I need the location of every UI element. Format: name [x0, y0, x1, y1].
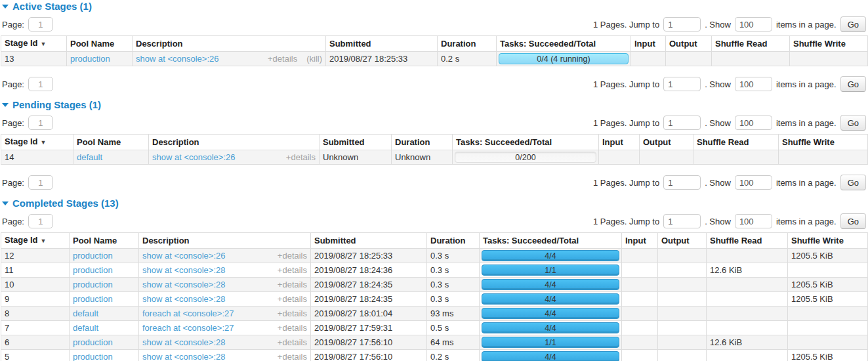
column-header-shuffle-read[interactable]: Shuffle Read [693, 135, 779, 150]
shuffle-read-cell [712, 52, 790, 66]
description-link[interactable]: show at <console>:26 [142, 251, 225, 260]
shuffle-read-cell [707, 249, 788, 263]
items-per-page-input[interactable] [735, 175, 772, 190]
pool-name-link[interactable]: production [73, 294, 113, 304]
jump-to-page-input[interactable] [663, 175, 701, 190]
column-header-submitted[interactable]: Submitted [320, 135, 392, 150]
column-header-description[interactable]: Description [149, 135, 320, 150]
column-header-tasks-succeeded-total[interactable]: Tasks: Succeeded/Total [497, 36, 631, 52]
items-per-page-input[interactable] [735, 214, 772, 228]
description-link[interactable]: show at <console>:26 [152, 153, 235, 161]
task-progress-label: 4/4 [482, 280, 619, 290]
column-header-shuffle-write[interactable]: Shuffle Write [788, 233, 868, 249]
column-header-duration[interactable]: Duration [438, 36, 497, 52]
description-link[interactable]: show at <console>:28 [142, 266, 225, 274]
details-toggle[interactable]: +details [268, 54, 297, 63]
column-header-description[interactable]: Description [139, 233, 311, 249]
column-header-tasks-succeeded-total[interactable]: Tasks: Succeeded/Total [453, 135, 599, 150]
column-header-shuffle-write[interactable]: Shuffle Write [779, 135, 868, 150]
column-header-pool-name[interactable]: Pool Name [70, 233, 139, 249]
description-link[interactable]: show at <console>:28 [142, 280, 225, 289]
column-header-output[interactable]: Output [640, 135, 693, 150]
column-header-pool-name[interactable]: Pool Name [67, 36, 133, 52]
column-header-input[interactable]: Input [622, 233, 658, 249]
jump-to-page-input[interactable] [663, 77, 701, 91]
description-link[interactable]: show at <console>:28 [142, 295, 225, 303]
details-toggle[interactable]: +details [278, 338, 307, 347]
page-number-input[interactable] [28, 214, 53, 228]
details-toggle[interactable]: +details [278, 309, 307, 318]
kill-link[interactable]: (kill) [306, 54, 322, 63]
pool-name-link[interactable]: production [73, 265, 113, 275]
task-progress-label: 1/1 [482, 337, 619, 348]
column-header-shuffle-read[interactable]: Shuffle Read [712, 36, 790, 52]
pool-name-link[interactable]: production [70, 54, 110, 64]
column-header-stage-id[interactable]: Stage Id▼ [1, 233, 70, 249]
details-toggle[interactable]: +details [286, 153, 316, 161]
output-cell [640, 150, 693, 165]
column-header-shuffle-read[interactable]: Shuffle Read [707, 233, 788, 249]
column-header-duration[interactable]: Duration [392, 135, 453, 150]
pool-name-link[interactable]: production [73, 280, 113, 289]
input-cell [622, 321, 658, 335]
column-header-tasks-succeeded-total[interactable]: Tasks: Succeeded/Total [480, 233, 622, 249]
go-button[interactable]: Go [840, 175, 866, 190]
column-header-input[interactable]: Input [631, 36, 666, 52]
page-number-input[interactable] [28, 17, 53, 32]
column-header-stage-id[interactable]: Stage Id▼ [1, 36, 67, 52]
items-per-page-input[interactable] [735, 17, 772, 32]
duration-cell: 64 ms [427, 335, 480, 350]
section-heading-active-stages[interactable]: Active Stages (1) [2, 1, 868, 11]
pool-name-link[interactable]: production [73, 352, 113, 361]
details-toggle[interactable]: +details [278, 352, 307, 361]
page-label: Page: [2, 217, 24, 226]
table-row: 14defaultshow at <console>:26+detailsUnk… [1, 150, 868, 165]
items-per-page-input[interactable] [735, 116, 772, 130]
details-toggle[interactable]: +details [278, 251, 307, 260]
column-header-label: Stage Id [5, 38, 38, 48]
pool-name-link[interactable]: default [73, 323, 98, 333]
go-button[interactable]: Go [840, 213, 866, 229]
description-link[interactable]: foreach at <console>:27 [142, 324, 234, 332]
description-cell: show at <console>:28+details [139, 335, 311, 350]
column-header-submitted[interactable]: Submitted [326, 36, 438, 52]
column-header-stage-id[interactable]: Stage Id▼ [1, 135, 73, 150]
pool-name-link[interactable]: production [73, 337, 113, 347]
page-number-input[interactable] [28, 116, 53, 130]
page-number-input[interactable] [28, 175, 53, 190]
details-toggle[interactable]: +details [278, 266, 307, 274]
jump-to-page-input[interactable] [663, 116, 701, 130]
items-per-page-input[interactable] [735, 77, 772, 91]
go-button[interactable]: Go [840, 115, 866, 131]
column-header-duration[interactable]: Duration [427, 233, 480, 249]
column-header-output[interactable]: Output [666, 36, 712, 52]
description-link[interactable]: show at <console>:26 [136, 54, 218, 63]
jump-to-page-input[interactable] [663, 17, 701, 32]
submitted-cell: 2019/08/27 18:24:36 [311, 263, 427, 278]
description-link[interactable]: show at <console>:28 [142, 338, 225, 347]
column-header-submitted[interactable]: Submitted [311, 233, 427, 249]
pool-name-link[interactable]: default [77, 152, 102, 162]
details-toggle[interactable]: +details [278, 324, 307, 332]
tasks-cell: 4/4 [480, 321, 622, 335]
jump-to-page-input[interactable] [663, 214, 701, 228]
go-button[interactable]: Go [840, 16, 866, 32]
column-header-output[interactable]: Output [658, 233, 707, 249]
page-number-input[interactable] [28, 77, 53, 91]
column-header-shuffle-write[interactable]: Shuffle Write [790, 36, 868, 52]
description-link[interactable]: foreach at <console>:27 [142, 309, 234, 318]
column-header-pool-name[interactable]: Pool Name [73, 135, 149, 150]
pool-name-link[interactable]: default [73, 308, 98, 318]
pool-name-link[interactable]: production [73, 251, 113, 261]
pool-name-cell: production [70, 278, 139, 292]
section-heading-completed-stages[interactable]: Completed Stages (13) [2, 198, 868, 208]
column-header-description[interactable]: Description [133, 36, 326, 52]
duration-cell: 0.3 s [427, 263, 480, 278]
go-button[interactable]: Go [840, 76, 866, 92]
details-toggle[interactable]: +details [278, 295, 307, 303]
details-toggle[interactable]: +details [278, 280, 307, 289]
column-header-input[interactable]: Input [599, 135, 640, 150]
description-cell: show at <console>:28+details [139, 350, 311, 361]
section-heading-pending-stages[interactable]: Pending Stages (1) [2, 100, 868, 110]
description-link[interactable]: show at <console>:28 [142, 352, 225, 361]
